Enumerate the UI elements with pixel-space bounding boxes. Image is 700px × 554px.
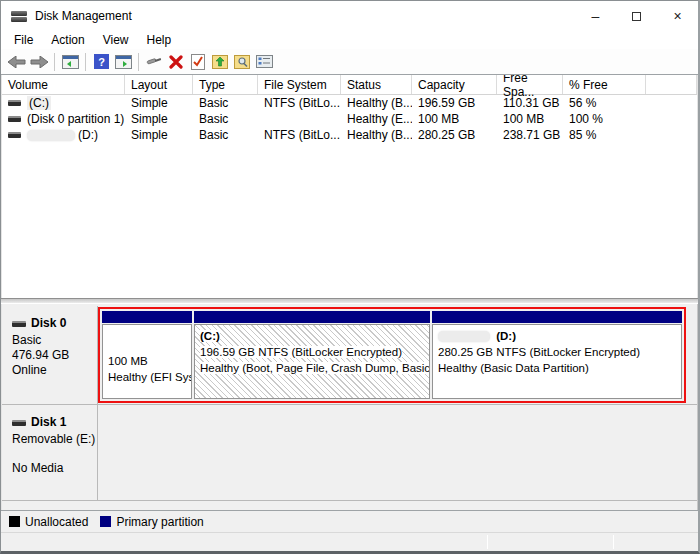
capacity-cell: 100 MB	[412, 111, 497, 127]
type-cell: Basic	[193, 111, 258, 127]
disk-status: Online	[12, 363, 97, 378]
toolbar-separator	[85, 53, 86, 71]
partition-size: 280.25 GB NTFS (BitLocker Encrypted)	[438, 346, 640, 358]
toolbar-separator	[54, 53, 55, 71]
menu-file[interactable]: File	[5, 31, 42, 49]
disk0-row: Disk 0 Basic 476.94 GB Online 100 MB Hea…	[2, 306, 697, 405]
column-header-type[interactable]: Type	[193, 75, 258, 94]
svg-text:?: ?	[98, 56, 105, 68]
disk-size: 476.94 GB	[12, 348, 97, 363]
file-system-cell: NTFS (BitLo...	[258, 95, 341, 111]
disk-icon	[12, 420, 26, 426]
screwdriver-icon[interactable]	[143, 51, 165, 73]
layout-cell: Simple	[125, 127, 193, 143]
column-header-pct-free[interactable]: % Free	[563, 75, 646, 94]
volume-icon	[8, 132, 21, 138]
volume-row-c[interactable]: (C:) Simple Basic NTFS (BitLo... Healthy…	[2, 95, 697, 111]
legend-unallocated: Unallocated	[9, 515, 88, 529]
redaction-blur	[438, 331, 490, 342]
type-cell: Basic	[193, 95, 258, 111]
window-title: Disk Management	[35, 9, 132, 23]
partition-c[interactable]: (C:) 196.59 GB NTFS (BitLocker Encrypted…	[194, 311, 430, 399]
delete-x-icon[interactable]	[165, 51, 187, 73]
help-icon[interactable]: ?	[90, 51, 112, 73]
show-action-pane-icon[interactable]	[112, 51, 134, 73]
status-cell: Healthy (E...	[341, 111, 412, 127]
status-bar	[1, 532, 698, 551]
legend-primary-partition: Primary partition	[100, 515, 203, 529]
capacity-cell: 280.25 GB	[412, 127, 497, 143]
layout-cell: Simple	[125, 111, 193, 127]
file-system-cell	[258, 111, 341, 127]
column-header-capacity[interactable]: Capacity	[412, 75, 497, 94]
partition-name: (C:)	[200, 330, 220, 342]
legend-bar: Unallocated Primary partition	[1, 510, 698, 532]
legend-label: Unallocated	[25, 515, 88, 529]
column-header-file-system[interactable]: File System	[258, 75, 341, 94]
maximize-icon	[632, 12, 641, 21]
folder-open-icon[interactable]	[209, 51, 231, 73]
menu-view[interactable]: View	[94, 31, 138, 49]
volume-icon	[8, 116, 21, 122]
properties-icon[interactable]	[253, 51, 275, 73]
partition-status: Healthy (EFI Sys	[108, 371, 192, 383]
status-separator	[487, 535, 488, 549]
free-space-cell: 110.31 GB	[497, 95, 563, 111]
partition-size: 100 MB	[108, 355, 148, 367]
volume-row-d[interactable]: (D:) Simple Basic NTFS (BitLo... Healthy…	[2, 127, 697, 143]
volume-icon	[8, 100, 21, 106]
disk1-header[interactable]: Disk 1 Removable (E:) No Media	[2, 405, 98, 500]
minimize-button[interactable]: –	[575, 1, 616, 31]
free-space-cell: 238.71 GB	[497, 127, 563, 143]
disk0-graphics: 100 MB Healthy (EFI Sys (C:) 196.59 GB N…	[98, 306, 697, 404]
task-check-icon[interactable]	[187, 51, 209, 73]
red-annotation-rectangle: 100 MB Healthy (EFI Sys (C:) 196.59 GB N…	[98, 307, 686, 403]
status-cell: Healthy (B...	[341, 95, 412, 111]
menu-action[interactable]: Action	[42, 31, 93, 49]
column-header-volume[interactable]: Volume	[2, 75, 125, 94]
disk-management-window: Disk Management – × File Action View Hel…	[0, 0, 700, 554]
folder-explore-icon[interactable]	[231, 51, 253, 73]
free-space-cell: 100 MB	[497, 111, 563, 127]
primary-partition-swatch-icon	[100, 516, 111, 527]
partition-efi[interactable]: 100 MB Healthy (EFI Sys	[102, 311, 192, 399]
legend-label: Primary partition	[116, 515, 203, 529]
volume-label: (C:)	[27, 96, 51, 110]
forward-arrow-icon[interactable]	[28, 51, 50, 73]
toolbar: ?	[1, 49, 698, 75]
file-system-cell: NTFS (BitLo...	[258, 127, 341, 143]
type-cell: Basic	[193, 127, 258, 143]
layout-cell: Simple	[125, 95, 193, 111]
partition-color-band	[102, 311, 192, 323]
partition-color-band	[194, 311, 430, 323]
column-header-blank	[646, 75, 697, 94]
partition-size: 196.59 GB NTFS (BitLocker Encrypted)	[200, 346, 402, 358]
back-arrow-icon[interactable]	[6, 51, 28, 73]
maximize-button[interactable]	[616, 1, 657, 31]
pct-free-cell: 100 %	[563, 111, 646, 127]
column-header-free-space[interactable]: Free Spa...	[497, 75, 563, 94]
disk0-header[interactable]: Disk 0 Basic 476.94 GB Online	[2, 306, 98, 404]
partition-d[interactable]: (D:) 280.25 GB NTFS (BitLocker Encrypted…	[432, 311, 682, 399]
disk-type: Basic	[12, 333, 97, 348]
show-console-tree-icon[interactable]	[59, 51, 81, 73]
pct-free-cell: 56 %	[563, 95, 646, 111]
disk-drive-icon	[11, 10, 27, 23]
toolbar-separator	[138, 53, 139, 71]
disk-label: Disk 1	[31, 415, 66, 430]
column-header-status[interactable]: Status	[341, 75, 412, 94]
close-button[interactable]: ×	[657, 1, 698, 31]
status-separator	[613, 535, 614, 549]
disk-status: No Media	[12, 461, 97, 476]
title-bar: Disk Management – ×	[1, 1, 698, 31]
menu-bar: File Action View Help	[1, 31, 698, 49]
graphical-view-pane: Disk 0 Basic 476.94 GB Online 100 MB Hea…	[1, 304, 698, 510]
volume-list-pane: Volume Layout Type File System Status Ca…	[1, 75, 698, 298]
menu-help[interactable]: Help	[138, 31, 181, 49]
disk-label: Disk 0	[31, 316, 66, 331]
volume-row-partition1[interactable]: (Disk 0 partition 1) Simple Basic Health…	[2, 111, 697, 127]
disk1-graphics	[98, 405, 697, 500]
status-cell: Healthy (B...	[341, 127, 412, 143]
minimize-icon: –	[592, 8, 600, 24]
column-header-layout[interactable]: Layout	[125, 75, 193, 94]
